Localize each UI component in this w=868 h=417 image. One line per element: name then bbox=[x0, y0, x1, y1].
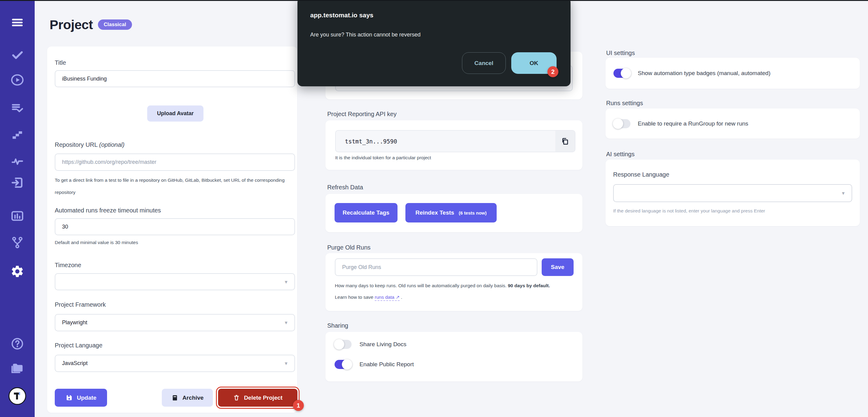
annotation-badge-1: 1 bbox=[293, 400, 304, 411]
purge-input[interactable] bbox=[342, 264, 530, 270]
menu-icon[interactable] bbox=[11, 16, 24, 29]
repository-url-input-wrap bbox=[55, 154, 295, 171]
testomat-logo-circle bbox=[8, 387, 26, 405]
sharing-card: Share Living Docs Enable Public Report bbox=[326, 332, 582, 381]
activity-icon[interactable] bbox=[11, 155, 24, 168]
purge-hint-bold: 90 days by default. bbox=[508, 283, 550, 288]
chevron-down-icon: ▼ bbox=[284, 279, 288, 285]
timeout-input-wrap bbox=[55, 218, 295, 235]
framework-value: Playwright bbox=[62, 319, 87, 326]
runs-data-link-text: runs data bbox=[375, 294, 395, 300]
share-living-docs-label: Share Living Docs bbox=[360, 341, 406, 348]
language-label: Project Language bbox=[55, 342, 102, 349]
save-icon bbox=[65, 394, 73, 402]
response-language-select[interactable]: ▼ bbox=[613, 184, 852, 202]
ai-settings-label: AI settings bbox=[606, 151, 634, 158]
project-settings-page: Project Classical Title Upload Avatar Re… bbox=[0, 0, 868, 417]
language-select[interactable]: JavaScript ▼ bbox=[55, 355, 295, 372]
play-circle-icon[interactable] bbox=[11, 73, 24, 87]
sign-in-icon[interactable] bbox=[10, 176, 24, 190]
runs-settings-label: Runs settings bbox=[606, 100, 643, 107]
purge-hint-text-2: Learn how to save bbox=[335, 294, 375, 300]
git-branch-icon[interactable] bbox=[10, 235, 24, 250]
toggle-knob bbox=[334, 339, 344, 350]
purge-input-wrap bbox=[335, 258, 537, 276]
show-badges-label: Show automation type badges (manual, aut… bbox=[638, 70, 770, 76]
rungroup-row: Enable to require a RunGroup for new run… bbox=[606, 108, 860, 138]
reindex-tests-label: Reindex Tests bbox=[415, 210, 454, 216]
repository-url-hint: To get a direct link from a test to file… bbox=[55, 174, 292, 198]
timeout-input[interactable] bbox=[62, 224, 288, 230]
purge-hint-text-3: . bbox=[400, 294, 402, 300]
update-button-label: Update bbox=[77, 394, 96, 401]
copy-button[interactable] bbox=[555, 131, 575, 152]
ok-button[interactable]: OK 2 bbox=[511, 52, 557, 74]
toggle-knob bbox=[342, 359, 352, 370]
check-icon[interactable] bbox=[11, 48, 24, 61]
purge-old-runs-card: Save How many days to keep runs. Old run… bbox=[326, 253, 582, 311]
recalculate-tags-button[interactable]: Recalculate Tags bbox=[335, 203, 398, 223]
response-language-hint: If the desired language is not listed, e… bbox=[613, 208, 850, 214]
repository-url-optional: (optional) bbox=[99, 141, 124, 148]
folder-icon[interactable] bbox=[10, 361, 24, 375]
annotation-badge-2: 2 bbox=[548, 66, 558, 77]
chevron-down-icon: ▼ bbox=[841, 191, 845, 196]
rungroup-toggle[interactable] bbox=[614, 119, 630, 128]
timeout-label: Automated runs freeze timeout minutes bbox=[55, 207, 161, 214]
save-button[interactable]: Save bbox=[542, 258, 574, 276]
ok-button-label: OK bbox=[529, 60, 538, 67]
archive-button[interactable]: Archive bbox=[162, 389, 213, 407]
list-check-icon[interactable] bbox=[11, 101, 24, 115]
gear-icon[interactable] bbox=[10, 264, 24, 279]
dialog-message: Are you sure? This action cannot be reve… bbox=[310, 32, 421, 38]
refresh-data-label: Refresh Data bbox=[327, 184, 363, 191]
archive-icon bbox=[171, 394, 179, 402]
enable-public-report-toggle[interactable] bbox=[335, 360, 351, 369]
runs-data-link[interactable]: runs data ↗ bbox=[375, 294, 400, 301]
upload-avatar-button[interactable]: Upload Avatar bbox=[147, 105, 204, 122]
page-title: Project bbox=[50, 17, 93, 32]
help-circle-icon[interactable] bbox=[11, 337, 24, 350]
archive-button-label: Archive bbox=[183, 394, 204, 401]
external-link-icon: ↗ bbox=[396, 294, 400, 300]
ai-settings-card: Response Language ▼ If the desired langu… bbox=[606, 160, 860, 226]
timezone-select[interactable]: ▼ bbox=[55, 273, 295, 290]
timezone-label: Timezone bbox=[55, 262, 81, 269]
framework-select[interactable]: Playwright ▼ bbox=[55, 314, 295, 331]
repository-url-label: Repository URL (optional) bbox=[55, 141, 124, 148]
timeout-hint: Default and minimal value is 30 minutes bbox=[55, 240, 138, 245]
show-badges-row: Show automation type badges (manual, aut… bbox=[606, 58, 860, 89]
testomat-logo[interactable] bbox=[8, 387, 26, 405]
sidebar bbox=[0, 0, 35, 417]
share-living-docs-toggle[interactable] bbox=[335, 340, 351, 349]
purge-hint: How many days to keep runs. Old runs wil… bbox=[335, 280, 561, 303]
delete-button-label: Delete Project bbox=[244, 394, 283, 401]
dialog-title: app.testomat.io says bbox=[310, 11, 373, 19]
title-label: Title bbox=[55, 59, 66, 66]
update-button[interactable]: Update bbox=[55, 389, 107, 407]
trash-icon bbox=[233, 394, 240, 401]
share-living-docs-row: Share Living Docs bbox=[335, 340, 406, 349]
cancel-button[interactable]: Cancel bbox=[462, 52, 506, 74]
repository-url-label-text: Repository URL bbox=[55, 141, 99, 148]
runs-settings-card: Enable to require a RunGroup for new run… bbox=[606, 108, 860, 138]
response-language-label: Response Language bbox=[613, 171, 670, 178]
delete-project-button[interactable]: Delete Project 1 bbox=[218, 389, 298, 407]
toggle-knob bbox=[613, 119, 623, 129]
show-badges-toggle[interactable] bbox=[614, 69, 630, 78]
api-key-card: tstmt_3n...9590 It is the individual tok… bbox=[326, 120, 582, 170]
chevron-down-icon: ▼ bbox=[284, 361, 288, 366]
reindex-tests-button[interactable]: Reindex Tests (6 tests now) bbox=[405, 203, 497, 223]
api-key-value: tstmt_3n...9590 bbox=[336, 138, 397, 145]
classical-badge: Classical bbox=[98, 20, 132, 30]
enable-public-report-row: Enable Public Report bbox=[335, 360, 414, 369]
copy-icon bbox=[561, 137, 569, 146]
purge-old-runs-label: Purge Old Runs bbox=[327, 244, 370, 251]
steps-icon[interactable] bbox=[11, 128, 24, 141]
browser-confirm-dialog: app.testomat.io says Are you sure? This … bbox=[298, 0, 570, 86]
title-input[interactable] bbox=[62, 76, 288, 82]
bar-chart-icon[interactable] bbox=[10, 209, 24, 223]
repository-url-input[interactable] bbox=[62, 159, 288, 165]
sharing-label: Sharing bbox=[327, 322, 348, 329]
api-key-hint: It is the individual token for a particu… bbox=[335, 155, 431, 160]
